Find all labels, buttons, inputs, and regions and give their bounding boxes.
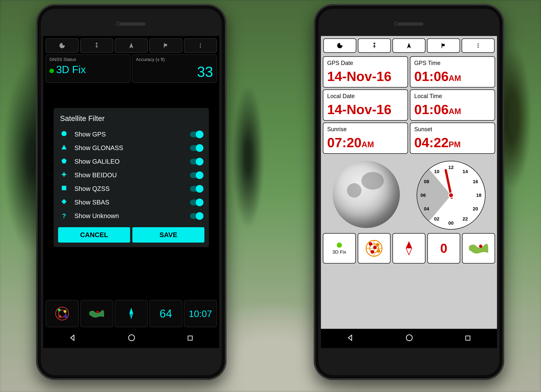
clock-hub	[448, 192, 454, 198]
toggle-unknown[interactable]	[190, 213, 203, 219]
svg-marker-4	[62, 145, 67, 150]
svg-point-28	[369, 242, 372, 246]
card-label: Sunrise	[327, 126, 404, 133]
filter-label: Show GALILEO	[74, 158, 190, 165]
card-value: 14-Nov-16	[327, 69, 391, 84]
square-icon	[60, 185, 68, 192]
phone-frame-left: GNSS Status 3D Fix Accuracy (± ft) 33 Sa…	[36, 4, 226, 380]
triangle-icon	[60, 144, 68, 151]
clock-tick: 06	[421, 192, 426, 198]
theme-toggle-button[interactable]	[323, 38, 356, 53]
navigate-button[interactable]	[115, 38, 148, 53]
card-ampm: PM	[449, 140, 461, 149]
svg-point-36	[406, 335, 412, 341]
svg-rect-7	[62, 186, 66, 190]
sunset-card: Sunset 04:22PM	[410, 123, 495, 154]
svg-point-31	[377, 249, 380, 253]
gps-date-card: GPS Date 14-Nov-16	[323, 56, 408, 88]
filter-row-gps[interactable]: Show GPS	[54, 128, 209, 141]
filter-row-glonass[interactable]: Show GLONASS	[54, 141, 209, 155]
filter-row-sbas[interactable]: Show SBAS	[54, 196, 209, 209]
svg-point-13	[59, 315, 62, 318]
tile-compass[interactable]	[392, 233, 426, 263]
filter-label: Show GLONASS	[74, 144, 190, 151]
svg-point-0	[200, 44, 201, 45]
theme-toggle-button[interactable]	[46, 38, 78, 53]
satellite-filter-dialog: Satellite Filter Show GPS Show GLONASS S…	[54, 108, 209, 247]
status-dot-icon	[49, 69, 54, 73]
overflow-menu-button[interactable]	[462, 38, 494, 53]
sunrise-card: Sunrise 07:20AM	[323, 123, 408, 154]
filter-row-unknown[interactable]: ? Show Unknown	[54, 209, 209, 223]
flag-button[interactable]	[427, 38, 460, 53]
moon-phase-graphic	[333, 161, 400, 228]
overflow-menu-button[interactable]	[184, 38, 217, 53]
toggle-galileo[interactable]	[190, 159, 203, 165]
clock-tick: 14	[463, 169, 468, 174]
tile-compass[interactable]	[115, 300, 148, 327]
tile-heading[interactable]: 0	[427, 233, 460, 263]
card-label: Local Date	[327, 93, 404, 99]
tile-clock[interactable]: 10:07	[184, 300, 217, 327]
toggle-sbas[interactable]	[190, 200, 203, 205]
tile-map[interactable]	[462, 233, 495, 263]
toggle-qzss[interactable]	[190, 186, 203, 192]
save-button[interactable]: SAVE	[132, 227, 204, 242]
top-toolbar	[43, 36, 219, 54]
toggle-glonass[interactable]	[190, 145, 203, 151]
waypoint-person-button[interactable]	[358, 38, 391, 53]
recents-button[interactable]	[187, 333, 194, 344]
svg-point-15	[96, 311, 99, 313]
tile-satellites[interactable]	[46, 300, 78, 327]
clock-tick: 04	[424, 206, 429, 211]
star4-icon	[60, 171, 68, 179]
filter-label: Show SBAS	[74, 199, 190, 206]
question-icon: ?	[60, 212, 68, 220]
waypoint-person-button[interactable]	[80, 38, 113, 53]
heading-value: 0	[440, 241, 447, 256]
card-label: Sunset	[414, 126, 491, 133]
clock-tick: 08	[424, 179, 429, 184]
card-value: 01:06	[414, 102, 449, 117]
tile-map[interactable]	[80, 300, 113, 327]
card-value: 01:06	[414, 69, 449, 84]
card-value: 14-Nov-16	[327, 102, 391, 117]
filter-row-qzss[interactable]: Show QZSS	[54, 182, 209, 196]
recents-button[interactable]	[464, 333, 472, 344]
svg-point-3	[62, 131, 67, 136]
svg-rect-37	[466, 336, 470, 340]
filter-label: Show GPS	[74, 131, 190, 138]
svg-point-14	[64, 315, 67, 318]
tile-satellites[interactable]	[358, 233, 391, 263]
svg-point-20	[478, 44, 479, 45]
tile-count[interactable]: 64	[149, 300, 182, 327]
status-dot-icon	[336, 242, 343, 248]
toggle-beidou[interactable]	[190, 172, 203, 178]
phone-camera	[116, 21, 121, 26]
flag-button[interactable]	[149, 38, 182, 53]
home-button[interactable]	[405, 333, 413, 344]
card-label: GPS Time	[414, 60, 491, 66]
svg-marker-5	[62, 158, 67, 163]
back-button[interactable]	[69, 333, 77, 344]
clock-tick: 20	[473, 206, 478, 211]
fix-label: 3D Fix	[332, 249, 346, 255]
card-value: 04:22	[414, 135, 449, 150]
cancel-button[interactable]: CANCEL	[58, 227, 130, 242]
svg-point-21	[478, 45, 479, 46]
toggle-gps[interactable]	[190, 132, 203, 137]
svg-point-23	[337, 242, 342, 248]
filter-label: Show QZSS	[74, 185, 190, 192]
back-button[interactable]	[346, 333, 354, 344]
top-toolbar	[321, 36, 497, 54]
home-button[interactable]	[128, 333, 135, 344]
local-date-card: Local Date 14-Nov-16	[323, 89, 408, 121]
clock-tick: 22	[463, 216, 468, 222]
clock-tick: 18	[476, 192, 481, 198]
navigate-button[interactable]	[392, 38, 426, 53]
filter-row-galileo[interactable]: Show GALILEO	[54, 155, 209, 168]
tile-fix-status[interactable]: 3D Fix	[323, 233, 356, 263]
filter-row-beidou[interactable]: Show BEIDOU	[54, 168, 209, 182]
circle-icon	[60, 131, 68, 138]
phone-speaker	[117, 22, 146, 26]
